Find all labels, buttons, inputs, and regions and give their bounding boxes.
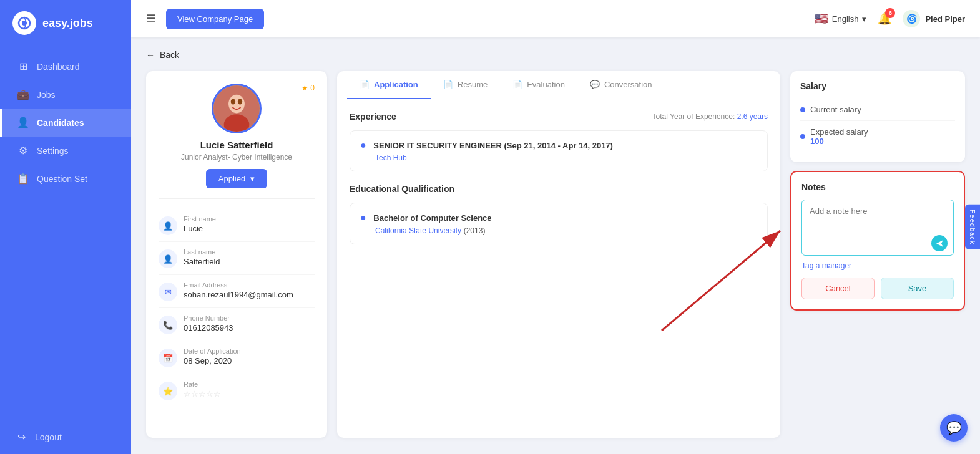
salary-card: Salary Current salary Expected salary 10… (790, 71, 965, 162)
tab-application[interactable]: 📄 Application (347, 71, 431, 99)
exp-dot-icon: ● (360, 140, 366, 150)
logout-button[interactable]: ↪ Logout (0, 420, 131, 454)
info-content-phone: Phone Number 01612085943 (184, 314, 233, 332)
candidate-name: Lucie Satterfield (159, 140, 315, 150)
chevron-down-icon: ▾ (250, 174, 255, 183)
sidebar-nav: ⊞ Dashboard 💼 Jobs 👤 Candidates ⚙ Settin… (0, 46, 131, 420)
edu-university-0: California State University (2013) (375, 226, 757, 235)
tab-evaluation[interactable]: 📄 Evaluation (500, 71, 577, 99)
candidate-header: ★ 0 Lucie Satterfield (159, 84, 315, 199)
salary-dot-current (800, 107, 805, 112)
calendar-icon: 📅 (159, 349, 177, 367)
logout-icon: ↪ (15, 431, 27, 443)
conversation-tab-label: Conversation (604, 80, 652, 89)
sidebar-item-jobs[interactable]: 💼 Jobs (0, 80, 131, 109)
expected-salary-label: Expected salary (810, 127, 868, 137)
person-icon: 👤 (159, 216, 177, 235)
edu-year-text: (2013) (464, 226, 486, 235)
experience-section: Experience Total Year of Experience: 2.6… (350, 112, 768, 171)
last-name-value: Satterfield (184, 257, 220, 266)
info-content-email: Email Address sohan.rezaul1994@gmail.com (184, 281, 293, 299)
education-section: Educational Qualification ● Bachelor of … (350, 184, 768, 244)
dashboard-icon: ⊞ (17, 60, 29, 72)
chat-bubble-button[interactable]: 💬 (940, 414, 968, 442)
sidebar-item-label: Candidates (37, 118, 84, 128)
rate-stars[interactable]: ☆☆☆☆☆ (184, 389, 221, 398)
settings-icon: ⚙ (17, 145, 29, 157)
info-item-phone: 📞 Phone Number 01612085943 (159, 308, 315, 341)
salary-title: Salary (800, 81, 955, 91)
edu-dot-icon: ● (360, 212, 366, 223)
sidebar-item-candidates[interactable]: 👤 Candidates (0, 109, 131, 137)
edu-university-text: California State University (375, 226, 461, 235)
candidate-card: ★ 0 Lucie Satterfield (146, 71, 327, 438)
person-icon-2: 👤 (159, 249, 177, 268)
back-arrow-icon: ← (146, 50, 155, 60)
experience-item-0: ● SENIOR IT SECURITY ENGINEER (Sep 21, 2… (350, 130, 768, 171)
company-selector[interactable]: 🌀 Pied Piper (903, 10, 965, 27)
tabs: 📄 Application 📄 Resume 📄 Evaluation 💬 Co… (337, 71, 780, 99)
application-tab-label: Application (374, 80, 418, 89)
app-logo[interactable]: easy.jobs (0, 0, 131, 46)
doa-value: 08 Sep, 2020 (184, 356, 241, 365)
tab-resume[interactable]: 📄 Resume (431, 71, 500, 99)
sidebar-item-settings[interactable]: ⚙ Settings (0, 137, 131, 165)
info-content-rate: Rate ☆☆☆☆☆ (184, 380, 221, 398)
conversation-tab-icon: 💬 (590, 80, 600, 89)
sidebar: easy.jobs ⊞ Dashboard 💼 Jobs 👤 Candidate… (0, 0, 131, 454)
exp-title-0: ● SENIOR IT SECURITY ENGINEER (Sep 21, 2… (360, 140, 757, 151)
email-value: sohan.rezaul1994@gmail.com (184, 290, 293, 299)
topbar-left: ☰ View Company Page (146, 9, 264, 29)
send-icon[interactable] (931, 235, 948, 251)
info-item-email: ✉ Email Address sohan.rezaul1994@gmail.c… (159, 275, 315, 308)
tag-manager-link[interactable]: Tag a manager (801, 261, 851, 270)
notes-textarea[interactable] (801, 200, 954, 256)
evaluation-tab-label: Evaluation (527, 80, 565, 89)
flag-icon: 🇺🇸 (815, 12, 828, 26)
education-item-0: ● Bachelor of Computer Science Californi… (350, 203, 768, 244)
language-selector[interactable]: 🇺🇸 English ▾ (815, 12, 867, 26)
right-panel: Salary Current salary Expected salary 10… (790, 71, 965, 438)
chevron-down-icon: ▾ (862, 14, 866, 24)
email-label: Email Address (184, 281, 293, 289)
education-header: Educational Qualification (350, 184, 768, 194)
experience-total-value: 2.6 years (737, 112, 768, 121)
tab-conversation[interactable]: 💬 Conversation (577, 71, 665, 99)
expected-salary-value: 100 (810, 137, 868, 146)
sidebar-item-dashboard[interactable]: ⊞ Dashboard (0, 52, 131, 80)
notes-actions: Cancel Save (801, 278, 954, 299)
app-name: easy.jobs (42, 17, 93, 30)
middle-panel: 📄 Application 📄 Resume 📄 Evaluation 💬 Co… (337, 71, 780, 438)
logo-icon (12, 11, 36, 35)
experience-header: Experience Total Year of Experience: 2.6… (350, 112, 768, 122)
phone-value: 01612085943 (184, 323, 233, 332)
save-button[interactable]: Save (881, 278, 954, 299)
chat-icon: 💬 (946, 420, 962, 435)
topbar-right: 🇺🇸 English ▾ 🔔 6 🌀 Pied Piper (815, 10, 965, 27)
sidebar-item-label: Jobs (37, 90, 56, 100)
info-item-rate: ⭐ Rate ☆☆☆☆☆ (159, 374, 315, 407)
candidate-role: Junior Analyst- Cyber Intelligence (159, 153, 315, 162)
page-content: ← Back ★ 0 (131, 37, 980, 454)
cancel-button[interactable]: Cancel (801, 278, 875, 299)
email-icon: ✉ (159, 283, 177, 301)
language-label: English (832, 14, 859, 24)
view-company-button[interactable]: View Company Page (166, 9, 264, 29)
info-item-doa: 📅 Date of Application 08 Sep, 2020 (159, 341, 315, 374)
salary-dot-expected (800, 134, 805, 139)
star-icon: ★ (301, 84, 308, 92)
hamburger-icon[interactable]: ☰ (146, 12, 156, 26)
jobs-icon: 💼 (17, 89, 29, 100)
back-button[interactable]: ← Back (146, 50, 965, 60)
salary-item-current: Current salary (800, 99, 955, 121)
sidebar-item-label: Dashboard (37, 62, 80, 72)
resume-tab-icon: 📄 (443, 80, 453, 89)
sidebar-item-question-set[interactable]: 📋 Question Set (0, 165, 131, 193)
feedback-tab[interactable]: Feedback (965, 205, 980, 249)
notification-bell[interactable]: 🔔 6 (878, 12, 891, 26)
star-count: 0 (310, 84, 315, 92)
info-item-lastname: 👤 Last name Satterfield (159, 242, 315, 275)
status-button[interactable]: Applied ▾ (206, 169, 267, 188)
notes-textarea-wrap (801, 200, 954, 258)
info-item-firstname: 👤 First name Lucie (159, 209, 315, 242)
